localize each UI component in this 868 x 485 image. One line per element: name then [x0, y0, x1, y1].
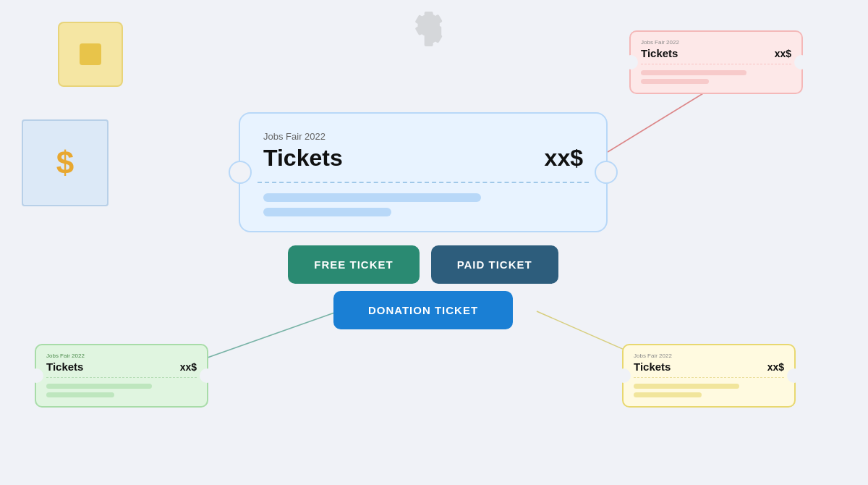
main-ticket-bars: [263, 193, 583, 216]
green-ticket-divider: [46, 377, 197, 378]
pink-bar-long: [641, 70, 746, 75]
main-ticket-card: Jobs Fair 2022 Tickets xx$: [239, 112, 608, 232]
free-ticket-button[interactable]: FREE TICKET: [288, 245, 419, 284]
yellow-ticket-price: xx$: [767, 361, 784, 373]
main-ticket-subtitle: Jobs Fair 2022: [263, 131, 583, 142]
yellow-ticket-title: Tickets: [634, 360, 671, 373]
pink-ticket-title: Tickets: [641, 47, 678, 59]
main-bar-short: [263, 208, 391, 216]
green-ticket: Jobs Fair 2022 Tickets xx$: [35, 344, 208, 408]
yellow-ticket-bars: [634, 384, 784, 397]
pink-ticket-notch-right: [794, 55, 809, 69]
yellow-ticket: Jobs Fair 2022 Tickets xx$: [622, 344, 796, 408]
dollar-icon: $: [56, 145, 74, 181]
yellow-bar-long: [634, 384, 739, 389]
yellow-ticket-notch-right: [787, 368, 801, 383]
green-ticket-notch-right: [200, 368, 214, 383]
green-ticket-price: xx$: [180, 361, 197, 373]
green-ticket-title: Tickets: [46, 360, 83, 373]
green-bar-long: [46, 384, 152, 389]
main-ticket-notch-right: [595, 161, 618, 184]
pink-bar-short: [641, 79, 709, 84]
pink-ticket: Jobs Fair 2022 Tickets xx$: [629, 30, 803, 94]
green-bar-short: [46, 392, 114, 397]
pink-ticket-price: xx$: [775, 48, 791, 59]
yellow-bar-short: [634, 392, 702, 397]
donation-row: DONATION TICKET: [239, 291, 608, 329]
gear-icon: [405, 7, 448, 51]
yellow-ticket-subtitle: Jobs Fair 2022: [634, 353, 784, 359]
main-ticket-divider: [258, 182, 589, 183]
paid-ticket-button[interactable]: PAID TICKET: [431, 245, 558, 284]
main-ticket-title: Tickets: [263, 145, 343, 172]
donation-ticket-button[interactable]: DONATION TICKET: [333, 291, 513, 329]
deco-yellow-box: [58, 22, 123, 87]
yellow-inner-square: [80, 43, 101, 65]
main-ticket-title-row: Tickets xx$: [263, 145, 583, 172]
ticket-type-buttons: FREE TICKET PAID TICKET: [239, 245, 608, 284]
deco-blue-dollar: $: [22, 119, 109, 206]
pink-ticket-notch-left: [624, 55, 638, 69]
green-ticket-subtitle: Jobs Fair 2022: [46, 353, 197, 359]
main-ticket-notch-left: [229, 161, 252, 184]
yellow-ticket-divider: [634, 377, 784, 378]
green-ticket-bars: [46, 384, 197, 397]
green-ticket-notch-left: [29, 368, 43, 383]
main-ticket-price: xx$: [545, 145, 583, 172]
pink-ticket-bars: [641, 70, 791, 84]
pink-ticket-divider: [641, 64, 791, 64]
main-ticket-container: Jobs Fair 2022 Tickets xx$ FREE TICKET P…: [239, 112, 608, 329]
yellow-ticket-notch-left: [616, 368, 631, 383]
pink-ticket-subtitle: Jobs Fair 2022: [641, 39, 791, 46]
main-bar-long: [263, 193, 481, 202]
